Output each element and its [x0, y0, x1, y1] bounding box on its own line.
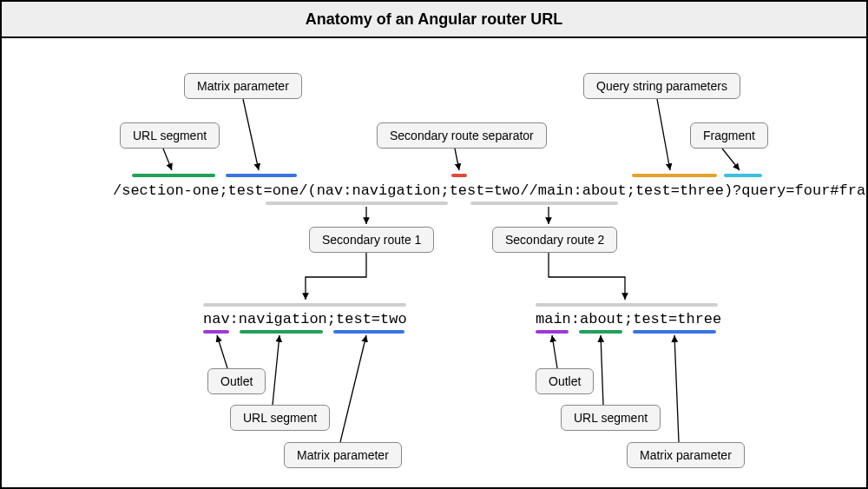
title-bar: Anatomy of an Angular router URL [2, 2, 866, 38]
bar-sub1-matrix [333, 330, 404, 334]
label-outlet-1: Outlet [207, 368, 266, 394]
bar-sub2-outlet [536, 330, 569, 334]
bar-url-segment-top [132, 174, 215, 177]
diagram-canvas: Matrix parameter URL segment Secondary r… [2, 38, 866, 487]
bar-sub2-matrix [633, 330, 716, 334]
svg-line-8 [273, 335, 279, 405]
svg-line-1 [243, 99, 259, 170]
svg-line-4 [722, 149, 740, 170]
svg-line-12 [674, 335, 679, 442]
sub2-url: main:about;test=three [536, 311, 721, 327]
diagram-frame: Anatomy of an Angular router URL Matrix … [0, 0, 868, 489]
label-matrix-parameter-2: Matrix parameter [627, 442, 745, 468]
label-outlet-2: Outlet [536, 368, 594, 394]
label-secondary-route-2: Secondary route 2 [492, 227, 617, 253]
bar-sub1-segment [240, 330, 323, 334]
label-matrix-parameter-top: Matrix parameter [184, 73, 302, 99]
svg-line-9 [340, 335, 366, 442]
main-url: /section-one;test=one/(nav:navigation;te… [113, 182, 868, 199]
label-fragment: Fragment [690, 122, 768, 149]
bar-sub1-outlet [203, 330, 229, 334]
label-url-segment-1: URL segment [230, 405, 330, 431]
bar-secondary-route-1 [266, 202, 448, 205]
label-query-string-parameters: Query string parameters [583, 73, 740, 99]
bar-sub1-top-grey [203, 303, 406, 307]
label-url-segment-top: URL segment [120, 122, 220, 149]
bar-separator [451, 174, 467, 177]
svg-line-11 [601, 335, 603, 405]
bar-matrix-top [226, 174, 297, 177]
sub1-url: nav:navigation;test=two [203, 311, 407, 327]
arrows-layer [2, 38, 866, 487]
bar-frag [724, 174, 762, 177]
bar-sub2-top-grey [536, 303, 718, 307]
svg-line-0 [163, 149, 172, 170]
label-matrix-parameter-1: Matrix parameter [284, 442, 402, 468]
svg-line-3 [657, 99, 670, 170]
bar-sub2-segment [579, 330, 622, 334]
svg-line-2 [455, 149, 459, 170]
label-secondary-route-1: Secondary route 1 [309, 227, 434, 253]
label-url-segment-2: URL segment [561, 405, 661, 431]
svg-line-10 [552, 335, 557, 368]
bar-secondary-route-2 [470, 202, 618, 205]
label-secondary-route-separator: Secondary route separator [377, 122, 547, 149]
page-title: Anatomy of an Angular router URL [306, 10, 562, 29]
svg-line-7 [217, 335, 227, 368]
bar-query [632, 174, 717, 177]
